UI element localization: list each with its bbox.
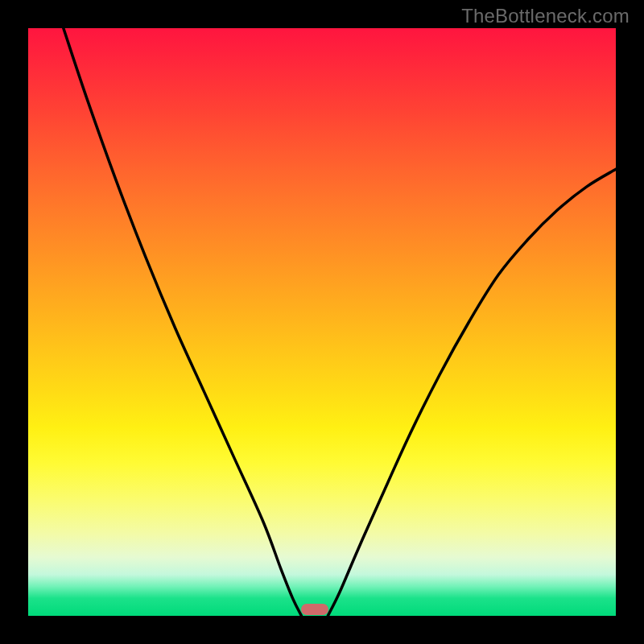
watermark-text: TheBottleneck.com [461,5,630,27]
curve-layer [28,28,616,616]
right-curve [328,169,616,616]
chart-container: TheBottleneck.com [0,0,644,644]
minimum-marker [301,604,328,615]
left-curve [64,28,302,616]
plot-area [28,28,616,616]
